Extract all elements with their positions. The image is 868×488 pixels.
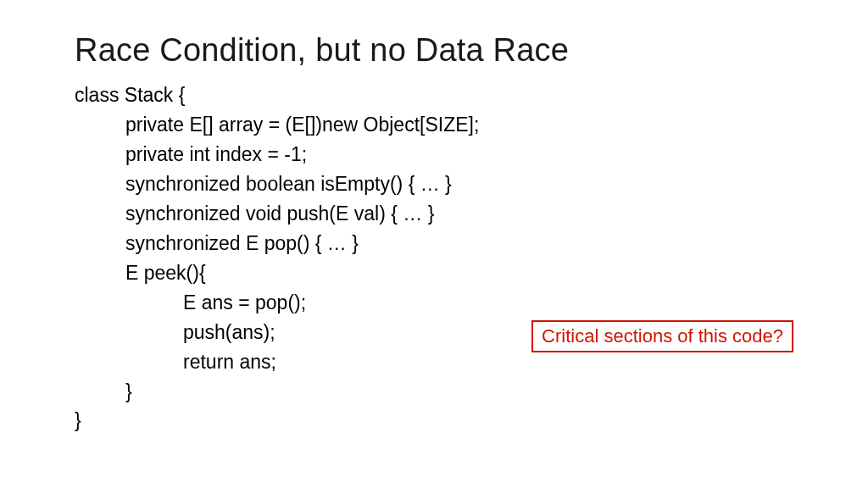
code-block: class Stack { private E[] array = (E[])n… — [75, 80, 793, 435]
code-line: } — [75, 406, 793, 435]
code-line: private int index = -1; — [75, 140, 793, 169]
code-line: class Stack { — [75, 80, 793, 110]
code-line: synchronized boolean isEmpty() { … } — [75, 169, 793, 199]
code-line: synchronized E pop() { … } — [75, 229, 793, 258]
code-line: private E[] array = (E[])new Object[SIZE… — [75, 110, 793, 140]
code-line: E ans = pop(); — [75, 288, 793, 318]
callout-box: Critical sections of this code? — [531, 320, 793, 352]
slide-title: Race Condition, but no Data Race — [75, 32, 793, 69]
slide: Race Condition, but no Data Race class S… — [0, 0, 868, 488]
code-line: } — [75, 377, 793, 407]
code-line: E peek(){ — [75, 258, 793, 288]
code-line: synchronized void push(E val) { … } — [75, 199, 793, 229]
